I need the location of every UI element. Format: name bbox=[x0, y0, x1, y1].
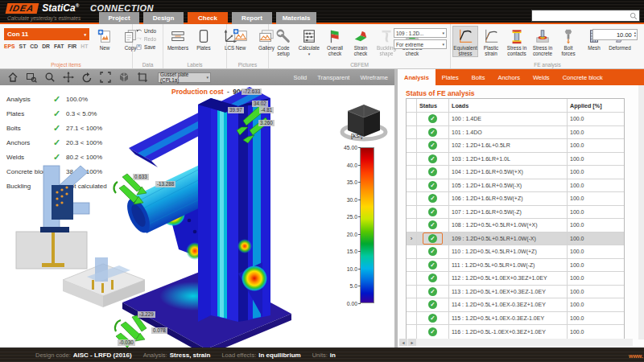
horizontal-scrollbar[interactable]: ◄ ► bbox=[399, 339, 633, 346]
table-row[interactable]: ✓106 : 1.2D+1.6LR+0.5W(+Z)100.0 bbox=[407, 192, 624, 206]
legend-tick: 15.0 bbox=[333, 249, 357, 254]
applied-percent: 100.0 bbox=[568, 286, 624, 298]
spinner-arrows[interactable]: ▴▾ bbox=[634, 31, 637, 39]
table-row[interactable]: ✓107 : 1.2D+1.6LR+0.5W(-Z)100.0 bbox=[407, 206, 624, 220]
view-mode-solid[interactable]: Solid bbox=[294, 74, 308, 81]
status-ok-icon: ✓ bbox=[428, 167, 437, 176]
tab-materials[interactable]: Materials bbox=[276, 12, 316, 24]
ribbon-stress-in-contacts-button[interactable]: Stress in contacts bbox=[504, 26, 530, 57]
scroll-right-button[interactable]: ► bbox=[408, 339, 416, 346]
table-row[interactable]: ✓105 : 1.2D+1.6LR+0.5W(-X)100.0 bbox=[407, 179, 624, 193]
table-row[interactable]: ✓102 : 1.2D+1.6L+0.5LR100.0 bbox=[407, 139, 624, 153]
thumbnail-iso-view[interactable] bbox=[56, 256, 151, 309]
row-marker bbox=[407, 286, 417, 298]
part-selector[interactable]: Gusset plate (CPL1a)▾ bbox=[158, 72, 211, 83]
ribbon: Con 11▾ EPSSTCDDRFATFIRHT NewCopy Projec… bbox=[0, 24, 644, 69]
caret-down-icon: ▾ bbox=[206, 75, 208, 80]
table-row[interactable]: ✓113 : 1.2D+0.5L+1.0EX+0.3EZ-1.0EY100.0 bbox=[407, 286, 624, 299]
load-case-combo[interactable]: 109 : 1.2D...▾ bbox=[394, 28, 447, 38]
ribbon-new-button[interactable]: New bbox=[228, 26, 254, 51]
table-row[interactable]: ✓112 : 1.2D+0.5L+1.0EX+0.3EZ+1.0EY100.0 bbox=[407, 272, 624, 286]
status-ok-icon: ✓ bbox=[428, 141, 437, 150]
results-tab-plates[interactable]: Plates bbox=[436, 69, 465, 85]
ribbon-new-button[interactable]: New bbox=[92, 26, 118, 51]
tab-check[interactable]: Check bbox=[188, 12, 228, 24]
search-box[interactable] bbox=[531, 10, 640, 22]
row-marker bbox=[407, 298, 417, 311]
pan-icon[interactable] bbox=[63, 72, 74, 83]
scroll-left-button[interactable]: ◄ bbox=[399, 339, 407, 346]
ribbon-overall-check-button[interactable]: Overall check bbox=[322, 26, 348, 58]
ribbon-members-button[interactable]: Members bbox=[165, 26, 191, 51]
table-row[interactable]: ✓100 : 1.4DE100.0 bbox=[407, 113, 624, 126]
search-input[interactable] bbox=[532, 11, 630, 20]
table-row[interactable]: ✓104 : 1.2D+1.6LR+0.5W(+X)100.0 bbox=[407, 166, 624, 179]
table-row[interactable]: ✓110 : 1.2D+0.5L+0.5LR+1.0W(+Z)100.0 bbox=[407, 245, 624, 259]
table-row[interactable]: ›✓109 : 1.2D+0.5L+0.5LR+1.0W(-X)100.0 bbox=[407, 232, 624, 246]
mode-fat[interactable]: FAT bbox=[54, 43, 64, 49]
table-row[interactable]: ✓108 : 1.2D+0.5L+0.5LR+1.0W(+X)100.0 bbox=[407, 219, 624, 232]
applied-percent: 100.0 bbox=[568, 113, 624, 125]
mode-st[interactable]: ST bbox=[19, 43, 27, 49]
results-tab-bolts[interactable]: Bolts bbox=[465, 69, 492, 85]
rotate-icon[interactable] bbox=[81, 72, 93, 83]
save-icon bbox=[135, 43, 142, 51]
ribbon-bolt-forces-button[interactable]: Bolt forces bbox=[555, 26, 581, 57]
table-row[interactable]: ✓103 : 1.2D+1.6LR+1.0L100.0 bbox=[407, 153, 624, 167]
solid-view-icon[interactable] bbox=[118, 72, 130, 83]
data-buttons: UndoRedoSave bbox=[135, 27, 156, 51]
caret-down-icon: ▾ bbox=[442, 42, 444, 47]
table-row[interactable]: ✓116 : 1.2D+0.5L-1.0EX+0.3EZ+1.0EY100.0 bbox=[407, 325, 624, 339]
ribbon-undo-button[interactable]: Undo bbox=[135, 27, 156, 35]
tab-project[interactable]: Project bbox=[99, 12, 139, 24]
scale-spinner[interactable]: 10.00 ▴▾ bbox=[592, 29, 638, 40]
navigation-cube[interactable] bbox=[338, 98, 390, 150]
ribbon-code-setup-button[interactable]: Code setup bbox=[270, 26, 296, 58]
tab-design[interactable]: Design bbox=[143, 12, 184, 24]
row-marker bbox=[407, 166, 417, 179]
home-view-icon[interactable] bbox=[7, 72, 19, 83]
results-tab-analysis[interactable]: Analysis bbox=[398, 69, 436, 85]
mode-eps[interactable]: EPS bbox=[4, 43, 15, 49]
project-item-selector[interactable]: Con 11▾ bbox=[4, 28, 89, 40]
model-viewport[interactable]: -72.63339.9734.02-4.813.2600.633-13.288-… bbox=[0, 85, 394, 348]
vertical-scrollbar[interactable] bbox=[638, 85, 644, 339]
ribbon-plates-button[interactable]: Plates bbox=[191, 26, 217, 51]
status-ok-icon: ✓ bbox=[428, 287, 437, 296]
load-combination: 107 : 1.2D+1.6LR+0.5W(-Z) bbox=[449, 206, 568, 219]
zoom-icon[interactable] bbox=[44, 72, 56, 83]
zoom-window-icon[interactable] bbox=[26, 72, 37, 83]
row-marker bbox=[407, 245, 417, 258]
ribbon-equivalent-stress-button[interactable]: Equivalent stress bbox=[452, 26, 478, 57]
results-tab-welds[interactable]: Welds bbox=[526, 69, 556, 85]
table-row[interactable]: ✓101 : 1.4DO100.0 bbox=[407, 126, 624, 140]
legend-tick-mark bbox=[358, 286, 361, 286]
legend-tick: 25.0 bbox=[333, 214, 357, 220]
results-tab-concrete-block[interactable]: Concrete block bbox=[556, 69, 609, 85]
ribbon-calculate-button[interactable]: Calculate ▾ bbox=[296, 26, 322, 58]
stress-contacts-icon bbox=[509, 28, 525, 44]
table-row[interactable]: ✓115 : 1.2D+0.5L+1.0EX-0.3EZ-1.0EY100.0 bbox=[407, 312, 624, 326]
row-marker bbox=[407, 153, 417, 166]
row-marker bbox=[407, 272, 417, 285]
website-link[interactable]: www. bbox=[629, 353, 643, 359]
view-mode-wireframe[interactable]: Wireframe bbox=[360, 74, 388, 81]
tab-report[interactable]: Report bbox=[232, 12, 272, 24]
extreme-combo[interactable]: For extreme▾ bbox=[394, 39, 447, 49]
ribbon-strain-check-button[interactable]: Strain check bbox=[348, 26, 374, 58]
section-view-icon[interactable] bbox=[137, 72, 148, 83]
ribbon-stress-in-concrete-button[interactable]: Stress in concrete bbox=[530, 26, 555, 57]
applied-percent: 100.0 bbox=[568, 166, 624, 179]
table-row[interactable]: ✓114 : 1.2D+0.5L+1.0EX-0.3EZ+1.0EY100.0 bbox=[407, 298, 624, 312]
mode-fir[interactable]: FIR bbox=[68, 43, 76, 49]
results-tab-anchors[interactable]: Anchors bbox=[491, 69, 526, 85]
mode-ht: HT bbox=[80, 43, 88, 49]
view-mode-transparent[interactable]: Transparent bbox=[317, 74, 349, 81]
zoom-fit-icon[interactable] bbox=[100, 72, 111, 83]
table-row[interactable]: ✓111 : 1.2D+0.5L+0.5LR+1.0W(-Z)100.0 bbox=[407, 259, 624, 273]
mode-cd[interactable]: CD bbox=[30, 43, 38, 49]
mode-dr[interactable]: DR bbox=[42, 43, 50, 49]
ribbon-plastic-strain-button[interactable]: Plastic strain bbox=[478, 26, 504, 57]
ribbon-save-button[interactable]: Save bbox=[135, 43, 156, 51]
group-label: CBFEM bbox=[269, 62, 450, 68]
